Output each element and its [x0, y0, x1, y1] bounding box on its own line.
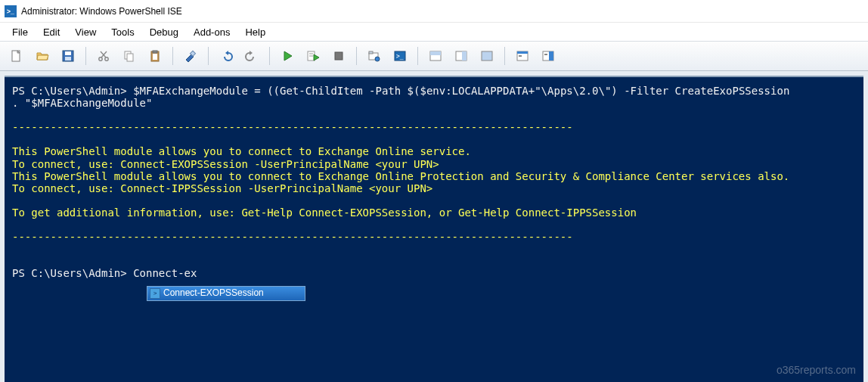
toolbar: >_: [0, 41, 868, 71]
remote-tab-icon: [367, 49, 381, 63]
clear-icon: [184, 49, 197, 63]
menu-help[interactable]: Help: [237, 25, 273, 39]
toolbar-separator: [208, 47, 209, 65]
play-selection-icon: [306, 49, 320, 63]
title-bar: >_ Administrator: Windows PowerShell ISE: [0, 0, 868, 23]
svg-line-7: [101, 51, 107, 57]
pane-top-button[interactable]: [423, 45, 448, 67]
svg-point-5: [99, 57, 102, 61]
powershell-console-icon: >_: [393, 49, 407, 63]
menu-file[interactable]: File: [5, 25, 36, 39]
play-icon: [281, 49, 294, 63]
new-file-icon: [10, 49, 23, 63]
copy-button[interactable]: [117, 45, 141, 67]
run-selection-button[interactable]: [301, 45, 325, 67]
layout-right-icon: [454, 49, 468, 63]
console-pane[interactable]: PS C:\Users\Admin> $MFAExchangeModule = …: [5, 76, 863, 382]
watermark: o365reports.com: [777, 364, 856, 376]
console-output: To get additional information, use: Get-…: [12, 207, 637, 219]
copy-icon: [122, 49, 136, 63]
svg-rect-31: [462, 51, 467, 61]
toolbar-separator: [269, 47, 270, 65]
start-powershell-button[interactable]: >_: [388, 45, 412, 67]
svg-rect-24: [369, 51, 373, 54]
svg-line-8: [101, 51, 106, 57]
save-button[interactable]: [56, 45, 80, 67]
toolbar-separator: [417, 47, 418, 65]
paste-button[interactable]: [143, 45, 167, 67]
scissors-icon: [97, 49, 110, 63]
svg-rect-22: [335, 52, 343, 60]
menu-view[interactable]: View: [67, 25, 104, 39]
svg-rect-10: [127, 54, 133, 61]
console-output: This PowerShell module allows you to con…: [12, 145, 471, 157]
svg-rect-38: [544, 54, 547, 55]
redo-button[interactable]: [240, 45, 264, 67]
console-output: ----------------------------------------…: [12, 121, 573, 133]
svg-marker-15: [225, 51, 228, 55]
toolbar-separator: [85, 47, 86, 65]
new-remote-tab-button[interactable]: [362, 45, 386, 67]
open-button[interactable]: [30, 45, 54, 67]
save-icon: [61, 49, 75, 63]
svg-rect-12: [153, 51, 157, 53]
prompt: PS C:\Users\Admin>: [12, 85, 133, 97]
svg-rect-13: [153, 54, 157, 60]
cut-button[interactable]: [91, 45, 116, 67]
cmdlet-icon: >: [150, 288, 160, 299]
show-command-button[interactable]: [510, 45, 535, 67]
pane-max-button[interactable]: [475, 45, 499, 67]
typed-input: Connect-ex: [133, 267, 197, 279]
clear-button[interactable]: [178, 45, 203, 67]
svg-rect-3: [65, 51, 71, 55]
powershell-icon: >_: [5, 5, 17, 17]
undo-button[interactable]: [214, 45, 238, 67]
console-line: . "$MFAExchangeModule": [12, 97, 152, 109]
console-output: This PowerShell module allows you to con…: [12, 170, 789, 182]
svg-rect-29: [430, 51, 441, 55]
console-output: ----------------------------------------…: [12, 231, 573, 243]
window-title: Administrator: Windows PowerShell ISE: [21, 6, 182, 17]
command-window-icon: [516, 49, 529, 63]
console-wrap: PS C:\Users\Admin> $MFAExchangeModule = …: [0, 71, 868, 382]
svg-marker-17: [284, 51, 292, 61]
clipboard-icon: [148, 49, 162, 63]
menu-bar: File Edit View Tools Debug Add-ons Help: [0, 23, 868, 41]
folder-open-icon: [36, 49, 49, 63]
svg-rect-35: [519, 55, 522, 57]
layout-max-icon: [480, 49, 494, 63]
svg-rect-37: [549, 51, 553, 61]
pane-right-button[interactable]: [449, 45, 473, 67]
svg-rect-34: [517, 51, 528, 54]
show-command-addon-button[interactable]: [536, 45, 560, 67]
layout-top-icon: [429, 49, 442, 63]
svg-point-25: [375, 57, 380, 61]
toolbar-separator: [356, 47, 357, 65]
menu-edit[interactable]: Edit: [36, 25, 67, 39]
menu-debug[interactable]: Debug: [142, 25, 186, 39]
console-command: $MFAExchangeModule = ((Get-ChildItem -Pa…: [133, 85, 789, 97]
command-addon-icon: [541, 49, 555, 63]
prompt: PS C:\Users\Admin>: [12, 267, 133, 279]
toolbar-separator: [504, 47, 505, 65]
intellisense-popup[interactable]: > Connect-EXOPSSession: [147, 286, 305, 301]
undo-icon: [219, 49, 233, 63]
svg-marker-16: [250, 51, 253, 55]
stop-button[interactable]: [327, 45, 351, 67]
toolbar-separator: [172, 47, 173, 65]
svg-rect-4: [65, 57, 71, 61]
console-output: To connect, use: Connect-IPPSSession -Us…: [12, 182, 432, 194]
menu-addons[interactable]: Add-ons: [186, 25, 237, 39]
new-button[interactable]: [5, 45, 29, 67]
console-output: To connect, use: Connect-EXOPSSession -U…: [12, 158, 439, 170]
menu-tools[interactable]: Tools: [104, 25, 141, 39]
intellisense-item[interactable]: Connect-EXOPSSession: [163, 288, 264, 299]
svg-marker-21: [314, 54, 319, 61]
svg-text:>_: >_: [396, 53, 404, 60]
redo-icon: [245, 49, 259, 63]
stop-icon: [332, 49, 346, 63]
svg-rect-32: [482, 51, 492, 61]
svg-point-6: [105, 57, 108, 61]
run-button[interactable]: [275, 45, 299, 67]
